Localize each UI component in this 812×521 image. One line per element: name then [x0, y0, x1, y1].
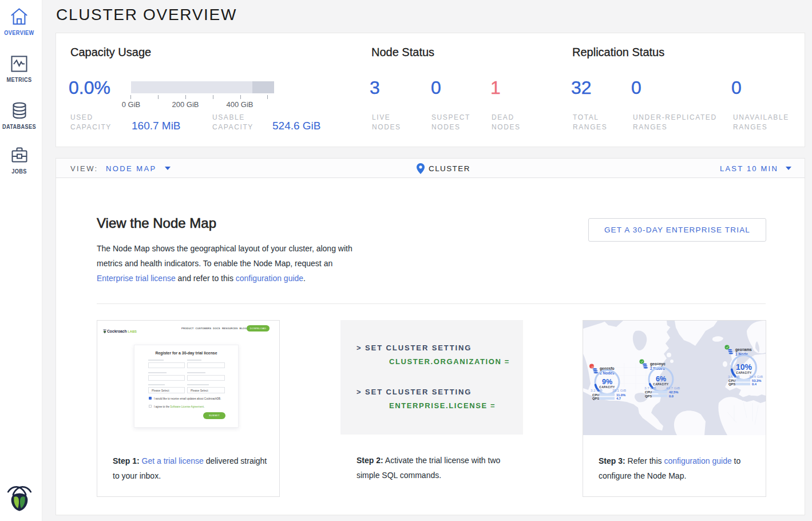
svg-text:42.5%: 42.5% [669, 390, 678, 394]
svg-text:0.4: 0.4 [752, 382, 757, 386]
svg-text:11.0%: 11.0% [616, 393, 625, 397]
svg-text:35.1 GiB: 35.1 GiB [612, 388, 626, 392]
svg-text:CPU: CPU [645, 390, 652, 394]
svg-text:0.0: 0.0 [669, 394, 674, 398]
svg-text:10%: 10% [736, 362, 752, 372]
svg-text:3.6 GiB: 3.6 GiB [728, 374, 740, 378]
svg-text:CPU: CPU [728, 379, 735, 382]
svg-text:QPS: QPS [592, 397, 599, 400]
svg-text:3.2 GiB: 3.2 GiB [591, 388, 603, 392]
svg-text:6%: 6% [656, 375, 666, 383]
svg-text:CPU: CPU [592, 393, 599, 397]
svg-text:53.3%: 53.3% [752, 379, 761, 382]
svg-text:3.7 GiB: 3.7 GiB [644, 386, 656, 390]
svg-text:9%: 9% [602, 378, 612, 386]
svg-text:QPS: QPS [645, 394, 652, 398]
svg-text:43.7 GiB: 43.7 GiB [666, 386, 680, 390]
svg-text:4.7: 4.7 [616, 397, 621, 400]
svg-text:34.4 GiB: 34.4 GiB [749, 374, 763, 378]
svg-text:QPS: QPS [728, 382, 735, 386]
